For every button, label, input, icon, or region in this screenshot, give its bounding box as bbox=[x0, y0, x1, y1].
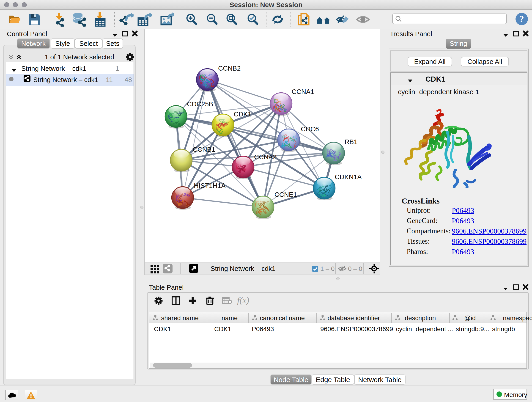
svg-text:CCNB1: CCNB1 bbox=[193, 146, 215, 153]
svg-text:CCNE1: CCNE1 bbox=[274, 191, 297, 198]
svg-text:RB1: RB1 bbox=[345, 138, 357, 146]
svg-text:CDK1: CDK1 bbox=[234, 110, 251, 118]
svg-text:CDC6: CDC6 bbox=[301, 125, 319, 133]
svg-text:CDC25B: CDC25B bbox=[187, 100, 213, 108]
svg-text:HIST1H1A: HIST1H1A bbox=[194, 182, 226, 189]
svg-text:CDKN1A: CDKN1A bbox=[335, 173, 362, 181]
svg-text:CCNB2: CCNB2 bbox=[218, 65, 241, 72]
svg-text:CCNA2: CCNA2 bbox=[254, 153, 277, 161]
svg-text:CCNA1: CCNA1 bbox=[292, 88, 314, 95]
